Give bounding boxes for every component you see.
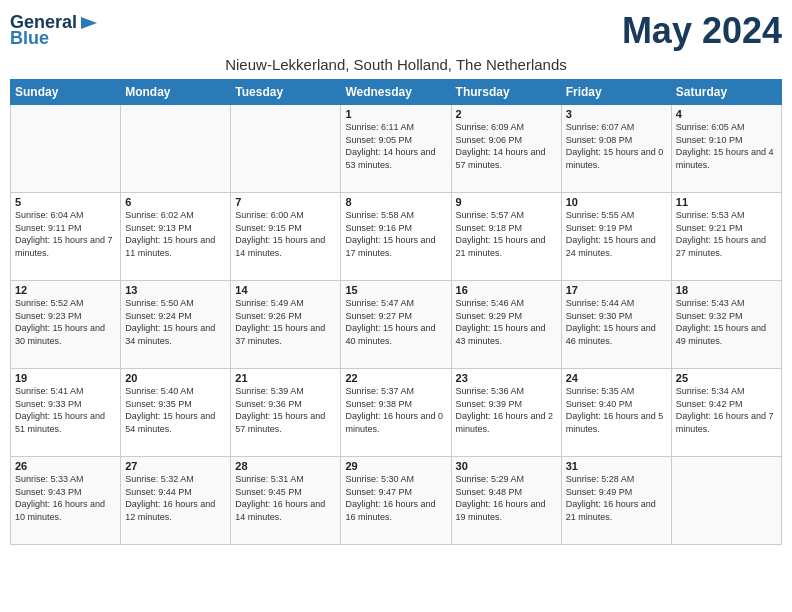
calendar-cell: 5Sunrise: 6:04 AM Sunset: 9:11 PM Daylig…	[11, 193, 121, 281]
day-number: 13	[125, 284, 226, 296]
calendar-cell: 28Sunrise: 5:31 AM Sunset: 9:45 PM Dayli…	[231, 457, 341, 545]
weekday-header: Tuesday	[231, 80, 341, 105]
cell-info: Sunrise: 5:36 AM Sunset: 9:39 PM Dayligh…	[456, 385, 557, 435]
cell-info: Sunrise: 5:34 AM Sunset: 9:42 PM Dayligh…	[676, 385, 777, 435]
day-number: 8	[345, 196, 446, 208]
weekday-header: Thursday	[451, 80, 561, 105]
day-number: 18	[676, 284, 777, 296]
calendar-week-row: 19Sunrise: 5:41 AM Sunset: 9:33 PM Dayli…	[11, 369, 782, 457]
calendar-week-row: 1Sunrise: 6:11 AM Sunset: 9:05 PM Daylig…	[11, 105, 782, 193]
cell-info: Sunrise: 5:50 AM Sunset: 9:24 PM Dayligh…	[125, 297, 226, 347]
day-number: 11	[676, 196, 777, 208]
day-number: 3	[566, 108, 667, 120]
day-number: 6	[125, 196, 226, 208]
cell-info: Sunrise: 5:41 AM Sunset: 9:33 PM Dayligh…	[15, 385, 116, 435]
calendar-cell: 10Sunrise: 5:55 AM Sunset: 9:19 PM Dayli…	[561, 193, 671, 281]
day-number: 28	[235, 460, 336, 472]
calendar-cell: 1Sunrise: 6:11 AM Sunset: 9:05 PM Daylig…	[341, 105, 451, 193]
calendar-cell: 27Sunrise: 5:32 AM Sunset: 9:44 PM Dayli…	[121, 457, 231, 545]
logo: General Blue	[10, 13, 99, 49]
cell-info: Sunrise: 5:35 AM Sunset: 9:40 PM Dayligh…	[566, 385, 667, 435]
cell-info: Sunrise: 5:30 AM Sunset: 9:47 PM Dayligh…	[345, 473, 446, 523]
cell-info: Sunrise: 5:44 AM Sunset: 9:30 PM Dayligh…	[566, 297, 667, 347]
calendar-week-row: 5Sunrise: 6:04 AM Sunset: 9:11 PM Daylig…	[11, 193, 782, 281]
cell-info: Sunrise: 5:32 AM Sunset: 9:44 PM Dayligh…	[125, 473, 226, 523]
calendar-cell: 21Sunrise: 5:39 AM Sunset: 9:36 PM Dayli…	[231, 369, 341, 457]
cell-info: Sunrise: 6:09 AM Sunset: 9:06 PM Dayligh…	[456, 121, 557, 171]
cell-info: Sunrise: 6:11 AM Sunset: 9:05 PM Dayligh…	[345, 121, 446, 171]
calendar-week-row: 12Sunrise: 5:52 AM Sunset: 9:23 PM Dayli…	[11, 281, 782, 369]
day-number: 30	[456, 460, 557, 472]
calendar-week-row: 26Sunrise: 5:33 AM Sunset: 9:43 PM Dayli…	[11, 457, 782, 545]
calendar-cell: 23Sunrise: 5:36 AM Sunset: 9:39 PM Dayli…	[451, 369, 561, 457]
weekday-header: Monday	[121, 80, 231, 105]
page-header: General Blue May 2024	[10, 10, 782, 52]
day-number: 31	[566, 460, 667, 472]
cell-info: Sunrise: 5:29 AM Sunset: 9:48 PM Dayligh…	[456, 473, 557, 523]
calendar-cell: 30Sunrise: 5:29 AM Sunset: 9:48 PM Dayli…	[451, 457, 561, 545]
cell-info: Sunrise: 5:28 AM Sunset: 9:49 PM Dayligh…	[566, 473, 667, 523]
calendar-cell: 31Sunrise: 5:28 AM Sunset: 9:49 PM Dayli…	[561, 457, 671, 545]
calendar-table: SundayMondayTuesdayWednesdayThursdayFrid…	[10, 79, 782, 545]
calendar-cell: 20Sunrise: 5:40 AM Sunset: 9:35 PM Dayli…	[121, 369, 231, 457]
calendar-cell	[121, 105, 231, 193]
calendar-cell: 9Sunrise: 5:57 AM Sunset: 9:18 PM Daylig…	[451, 193, 561, 281]
svg-marker-0	[81, 17, 97, 29]
calendar-cell: 4Sunrise: 6:05 AM Sunset: 9:10 PM Daylig…	[671, 105, 781, 193]
calendar-cell: 16Sunrise: 5:46 AM Sunset: 9:29 PM Dayli…	[451, 281, 561, 369]
calendar-cell: 3Sunrise: 6:07 AM Sunset: 9:08 PM Daylig…	[561, 105, 671, 193]
calendar-cell: 2Sunrise: 6:09 AM Sunset: 9:06 PM Daylig…	[451, 105, 561, 193]
cell-info: Sunrise: 6:02 AM Sunset: 9:13 PM Dayligh…	[125, 209, 226, 259]
day-number: 19	[15, 372, 116, 384]
day-number: 7	[235, 196, 336, 208]
day-number: 24	[566, 372, 667, 384]
calendar-subtitle: Nieuw-Lekkerland, South Holland, The Net…	[10, 56, 782, 73]
calendar-cell	[671, 457, 781, 545]
weekday-header: Wednesday	[341, 80, 451, 105]
cell-info: Sunrise: 5:47 AM Sunset: 9:27 PM Dayligh…	[345, 297, 446, 347]
cell-info: Sunrise: 5:57 AM Sunset: 9:18 PM Dayligh…	[456, 209, 557, 259]
weekday-header: Friday	[561, 80, 671, 105]
day-number: 21	[235, 372, 336, 384]
calendar-cell: 13Sunrise: 5:50 AM Sunset: 9:24 PM Dayli…	[121, 281, 231, 369]
day-number: 10	[566, 196, 667, 208]
day-number: 29	[345, 460, 446, 472]
day-number: 17	[566, 284, 667, 296]
cell-info: Sunrise: 6:07 AM Sunset: 9:08 PM Dayligh…	[566, 121, 667, 171]
day-number: 1	[345, 108, 446, 120]
day-number: 14	[235, 284, 336, 296]
calendar-cell: 15Sunrise: 5:47 AM Sunset: 9:27 PM Dayli…	[341, 281, 451, 369]
cell-info: Sunrise: 5:43 AM Sunset: 9:32 PM Dayligh…	[676, 297, 777, 347]
day-number: 5	[15, 196, 116, 208]
day-number: 27	[125, 460, 226, 472]
day-number: 22	[345, 372, 446, 384]
calendar-cell: 14Sunrise: 5:49 AM Sunset: 9:26 PM Dayli…	[231, 281, 341, 369]
calendar-cell: 17Sunrise: 5:44 AM Sunset: 9:30 PM Dayli…	[561, 281, 671, 369]
day-number: 12	[15, 284, 116, 296]
cell-info: Sunrise: 5:46 AM Sunset: 9:29 PM Dayligh…	[456, 297, 557, 347]
calendar-cell	[11, 105, 121, 193]
cell-info: Sunrise: 5:33 AM Sunset: 9:43 PM Dayligh…	[15, 473, 116, 523]
calendar-cell: 24Sunrise: 5:35 AM Sunset: 9:40 PM Dayli…	[561, 369, 671, 457]
calendar-cell: 25Sunrise: 5:34 AM Sunset: 9:42 PM Dayli…	[671, 369, 781, 457]
cell-info: Sunrise: 5:55 AM Sunset: 9:19 PM Dayligh…	[566, 209, 667, 259]
day-number: 2	[456, 108, 557, 120]
logo-text-blue: Blue	[10, 29, 49, 49]
calendar-cell: 18Sunrise: 5:43 AM Sunset: 9:32 PM Dayli…	[671, 281, 781, 369]
day-number: 20	[125, 372, 226, 384]
cell-info: Sunrise: 5:37 AM Sunset: 9:38 PM Dayligh…	[345, 385, 446, 435]
cell-info: Sunrise: 5:31 AM Sunset: 9:45 PM Dayligh…	[235, 473, 336, 523]
calendar-title: May 2024	[622, 10, 782, 52]
day-number: 15	[345, 284, 446, 296]
calendar-cell: 8Sunrise: 5:58 AM Sunset: 9:16 PM Daylig…	[341, 193, 451, 281]
weekday-header: Sunday	[11, 80, 121, 105]
cell-info: Sunrise: 6:00 AM Sunset: 9:15 PM Dayligh…	[235, 209, 336, 259]
calendar-cell: 19Sunrise: 5:41 AM Sunset: 9:33 PM Dayli…	[11, 369, 121, 457]
calendar-cell	[231, 105, 341, 193]
day-number: 16	[456, 284, 557, 296]
logo-arrow-icon	[79, 13, 99, 33]
calendar-cell: 29Sunrise: 5:30 AM Sunset: 9:47 PM Dayli…	[341, 457, 451, 545]
calendar-cell: 22Sunrise: 5:37 AM Sunset: 9:38 PM Dayli…	[341, 369, 451, 457]
weekday-header-row: SundayMondayTuesdayWednesdayThursdayFrid…	[11, 80, 782, 105]
calendar-cell: 11Sunrise: 5:53 AM Sunset: 9:21 PM Dayli…	[671, 193, 781, 281]
